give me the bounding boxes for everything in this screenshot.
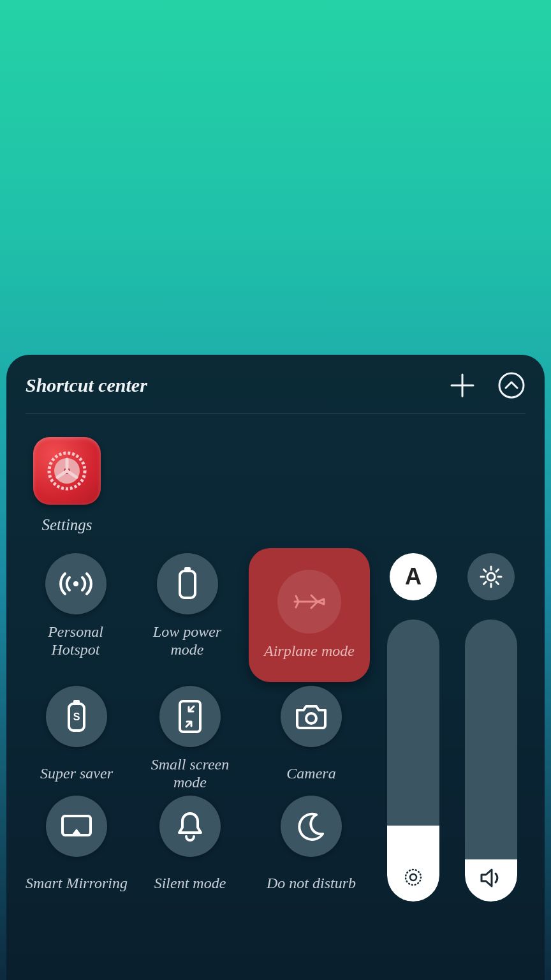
app-tile-settings[interactable]: Settings bbox=[26, 437, 108, 534]
toggle-do-not-disturb[interactable]: Do not disturb bbox=[253, 796, 370, 902]
header-actions bbox=[449, 371, 525, 399]
plus-icon bbox=[449, 372, 476, 399]
app-shortcuts-row: Settings bbox=[26, 437, 525, 534]
airplane-icon bbox=[277, 570, 341, 634]
svg-point-14 bbox=[306, 713, 316, 724]
toggle-grid: Personal Hotspot Low power mode Airplane… bbox=[26, 553, 370, 902]
svg-rect-13 bbox=[180, 701, 200, 732]
toggle-super-saver[interactable]: S Super saver bbox=[26, 686, 128, 792]
toggle-silent-mode[interactable]: Silent mode bbox=[139, 796, 241, 902]
auto-brightness-label: A bbox=[405, 563, 422, 590]
toggle-label: Smart Mirroring bbox=[26, 865, 128, 902]
toggle-label: Small screen mode bbox=[139, 755, 241, 792]
volume-fill bbox=[465, 859, 517, 902]
super-saver-icon: S bbox=[46, 686, 107, 747]
svg-rect-11 bbox=[73, 700, 80, 704]
svg-point-17 bbox=[406, 870, 421, 885]
svg-rect-8 bbox=[180, 571, 195, 598]
airplane-card: Airplane mode bbox=[249, 548, 370, 682]
sound-settings-button[interactable] bbox=[467, 553, 515, 600]
moon-icon bbox=[281, 796, 342, 857]
volume-slider[interactable] bbox=[465, 620, 517, 902]
speaker-icon bbox=[479, 867, 503, 889]
svg-point-0 bbox=[499, 373, 524, 397]
auto-brightness-button[interactable]: A bbox=[390, 553, 437, 600]
chevron-up-circle-icon bbox=[497, 371, 525, 399]
collapse-button[interactable] bbox=[497, 371, 525, 399]
svg-line-26 bbox=[484, 582, 487, 584]
mirroring-icon bbox=[46, 796, 107, 857]
toggle-label: Airplane mode bbox=[264, 642, 355, 660]
toggle-camera[interactable]: Camera bbox=[253, 686, 370, 792]
settings-app-icon bbox=[33, 437, 101, 505]
toggle-label: Camera bbox=[286, 755, 335, 792]
svg-point-16 bbox=[410, 874, 416, 880]
gear-icon bbox=[44, 448, 90, 494]
toggle-label: Personal Hotspot bbox=[26, 622, 126, 659]
toggle-airplane-mode[interactable]: Airplane mode bbox=[249, 553, 370, 682]
svg-line-25 bbox=[496, 570, 499, 572]
brightness-fill bbox=[387, 826, 439, 902]
svg-line-23 bbox=[484, 570, 487, 572]
svg-point-18 bbox=[487, 573, 495, 581]
panel-title: Shortcut center bbox=[26, 375, 147, 396]
battery-icon bbox=[157, 553, 218, 614]
toggle-personal-hotspot[interactable]: Personal Hotspot bbox=[26, 553, 126, 682]
panel-header: Shortcut center bbox=[26, 371, 525, 414]
svg-rect-9 bbox=[184, 567, 191, 571]
toggle-row-1: Personal Hotspot Low power mode Airplane… bbox=[26, 553, 370, 682]
gear-icon bbox=[478, 564, 504, 590]
toggle-low-power-mode[interactable]: Low power mode bbox=[137, 553, 237, 682]
toggle-label: Silent mode bbox=[154, 865, 226, 902]
toggle-label: Low power mode bbox=[137, 622, 237, 659]
hotspot-icon bbox=[45, 553, 107, 614]
add-button[interactable] bbox=[449, 372, 476, 399]
small-screen-icon bbox=[159, 686, 221, 747]
volume-column bbox=[457, 553, 525, 902]
app-label: Settings bbox=[41, 516, 92, 534]
toggle-small-screen-mode[interactable]: Small screen mode bbox=[139, 686, 241, 792]
brightness-column: A bbox=[379, 553, 448, 902]
toggle-row-2: S Super saver Small screen mode Camera bbox=[26, 686, 370, 792]
camera-icon bbox=[281, 686, 342, 747]
toggle-smart-mirroring[interactable]: Smart Mirroring bbox=[26, 796, 128, 902]
panel-content: Personal Hotspot Low power mode Airplane… bbox=[26, 553, 525, 902]
toggle-label: Do not disturb bbox=[267, 865, 356, 902]
svg-point-7 bbox=[73, 581, 78, 586]
brightness-icon bbox=[402, 866, 425, 889]
shortcut-center-panel: Shortcut center bbox=[6, 355, 545, 980]
toggle-row-3: Smart Mirroring Silent mode Do not distu… bbox=[26, 796, 370, 902]
toggle-label: Super saver bbox=[40, 755, 113, 792]
svg-text:S: S bbox=[73, 711, 80, 722]
svg-line-24 bbox=[496, 582, 499, 584]
bell-icon bbox=[159, 796, 221, 857]
brightness-slider[interactable] bbox=[387, 620, 439, 902]
